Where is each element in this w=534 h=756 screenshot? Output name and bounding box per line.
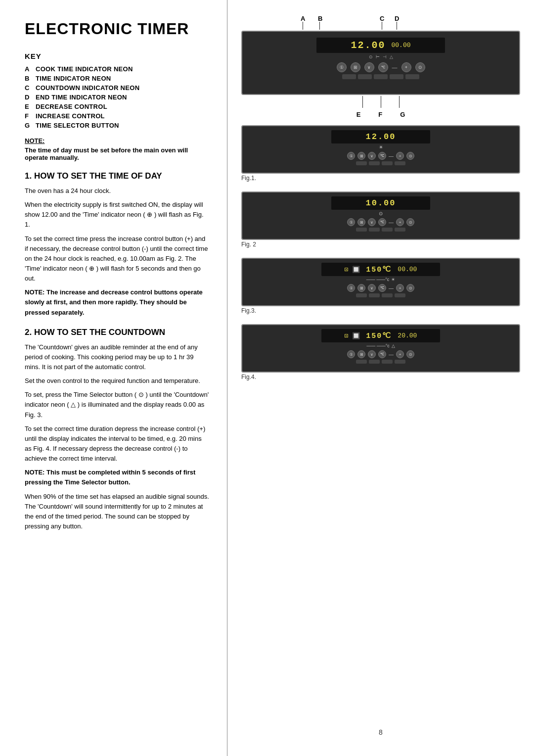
timer-btn[interactable]: ⊞ [351, 62, 360, 72]
section2-p1: The 'Countdown' gives an audible reminde… [25, 342, 209, 372]
fig3-bar1[interactable] [356, 293, 367, 297]
fig4-bar4[interactable] [395, 360, 405, 364]
indicator-cook: ⊙ [369, 54, 373, 59]
fig3-time: 00.00 [398, 266, 417, 273]
key-letter-g: G [25, 122, 33, 129]
fig4-btn2[interactable]: ⊞ [357, 350, 365, 358]
fig1-time: 12.00 [365, 132, 396, 142]
key-letter-c: C [25, 84, 33, 92]
line-d [397, 22, 397, 30]
fig2-btn1[interactable]: ① [347, 218, 355, 226]
fig1-btn2[interactable]: ⊞ [357, 152, 365, 160]
main-secondary-time: 00.00 [392, 42, 411, 49]
fig1-btn1[interactable]: ① [347, 152, 355, 160]
fig2-panel: 10.00 ⊙ ① ⊞ ∨ ℃ — + ⊙ [241, 191, 520, 252]
label-e: E [356, 111, 361, 118]
key-letter-f: F [25, 112, 33, 120]
fig1-bars [356, 161, 405, 165]
bar-3[interactable] [374, 74, 388, 79]
fig2-bar1[interactable] [356, 228, 367, 232]
fig3-bar3[interactable] [382, 293, 393, 297]
fig1-panel: 12.00 ☀ ① ⊞ ∨ ℃ — + ⊙ [241, 125, 520, 186]
key-item-d: D END TIME INDICATOR NEON [25, 94, 209, 101]
fig3-btn1[interactable]: ① [347, 284, 355, 292]
fig2-sep: — [389, 220, 394, 225]
fig2-btn-row: ① ⊞ ∨ ℃ — + ⊙ [347, 218, 414, 226]
key-label-f: INCREASE CONTROL [36, 112, 105, 120]
key-label-e: DECREASE CONTROL [36, 103, 107, 110]
fig4-caption: Fig.4. [241, 374, 520, 380]
fig3-btn4[interactable]: ℃ [378, 284, 386, 292]
bar-4[interactable] [390, 74, 403, 79]
fig1-plus[interactable]: + [396, 152, 404, 160]
down-btn[interactable]: ∨ [364, 62, 374, 72]
fig2-bar2[interactable] [369, 228, 380, 232]
top-diagram: A B C D 12.00 00.00 ⊙ ⊢ ⊣ △ [241, 15, 520, 125]
fig2-btn4[interactable]: ℃ [378, 218, 386, 226]
efg-label-row: E F G [241, 111, 520, 118]
fig2-btn3[interactable]: ∨ [368, 218, 376, 226]
label-a: A [301, 15, 305, 22]
section2-p2: Set the oven control to the required fun… [25, 376, 209, 386]
fig2-indicator: ⊙ [379, 211, 383, 216]
fig4-bar1[interactable] [356, 360, 367, 364]
key-label-a: COOK TIME INDICATOR NEON [36, 65, 133, 73]
fig1-btn4[interactable]: ℃ [378, 152, 386, 160]
fig4-plus[interactable]: + [396, 350, 404, 358]
fig3-sep: — [389, 285, 394, 291]
main-btn-row: ① ⊞ ∨ ℃ — + ⊙ [337, 62, 425, 72]
bar-1[interactable] [342, 74, 356, 79]
fig2-display: 10.00 ⊙ ① ⊞ ∨ ℃ — + ⊙ [241, 191, 520, 240]
fig3-btn2[interactable]: ⊞ [357, 284, 365, 292]
label-b: B [318, 15, 322, 22]
section1-p3: To set the correct time press the increa… [25, 234, 209, 284]
line-g [399, 96, 400, 108]
section2-p3: To set, press the Time Selector button (… [25, 390, 209, 420]
fig1-display: 12.00 ☀ ① ⊞ ∨ ℃ — + ⊙ [241, 125, 520, 174]
fig2-bar4[interactable] [395, 228, 405, 232]
fig3-bar2[interactable] [369, 293, 380, 297]
mode-btn[interactable]: ℃ [378, 62, 388, 72]
label-g: G [400, 111, 405, 118]
fig4-btn1[interactable]: ① [347, 350, 355, 358]
fig4-btn4[interactable]: ℃ [378, 350, 386, 358]
fig2-inner: 10.00 ⊙ ① ⊞ ∨ ℃ — + ⊙ [242, 192, 519, 235]
line-e [362, 96, 363, 108]
fig1-sel[interactable]: ⊙ [406, 152, 414, 160]
select-btn[interactable]: ⊙ [415, 62, 425, 72]
section2-p5: When 90% of the time set has elapsed an … [25, 492, 209, 532]
fig2-sel[interactable]: ⊙ [406, 218, 414, 226]
fig3-screen: ⊡ 🔲 150℃ 00.00 [321, 263, 440, 276]
key-item-c: C COUNTDOWN INDICATOR NEON [25, 84, 209, 92]
fig4-btn3[interactable]: ∨ [368, 350, 376, 358]
fig3-sel[interactable]: ⊙ [406, 284, 414, 292]
indicator-sep3: △ [390, 54, 393, 59]
fig1-bar2[interactable] [369, 161, 380, 165]
fig1-indicator: ☀ [379, 144, 383, 150]
label-f: F [378, 111, 382, 118]
fig4-display: ⊡ 🔲 150℃ 20.00 —— ——°c △ ① ⊞ ∨ ℃ — + ⊙ [241, 324, 520, 373]
fig1-bar4[interactable] [395, 161, 405, 165]
fig3-plus[interactable]: + [396, 284, 404, 292]
label-d: D [395, 15, 399, 22]
fig3-btn3[interactable]: ∨ [368, 284, 376, 292]
fig1-bar1[interactable] [356, 161, 367, 165]
fig1-bar3[interactable] [382, 161, 393, 165]
line-c [382, 22, 382, 30]
fig1-sep: — [389, 153, 394, 159]
fig4-bar3[interactable] [382, 360, 393, 364]
fig1-caption: Fig.1. [241, 175, 520, 182]
fig3-bar4[interactable] [395, 293, 405, 297]
fig4-sel[interactable]: ⊙ [406, 350, 414, 358]
power-btn[interactable]: ① [337, 62, 347, 72]
bar-2[interactable] [358, 74, 372, 79]
fig4-bar2[interactable] [369, 360, 380, 364]
plus-btn[interactable]: + [401, 62, 411, 72]
fig2-plus[interactable]: + [396, 218, 404, 226]
bar-5[interactable] [405, 74, 419, 79]
fig2-bar3[interactable] [382, 228, 393, 232]
fig1-btn3[interactable]: ∨ [368, 152, 376, 160]
key-section: KEY A COOK TIME INDICATOR NEON B TIME IN… [25, 52, 209, 129]
section1-title: 1. HOW TO SET THE TIME OF DAY [25, 171, 209, 181]
fig2-btn2[interactable]: ⊞ [357, 218, 365, 226]
